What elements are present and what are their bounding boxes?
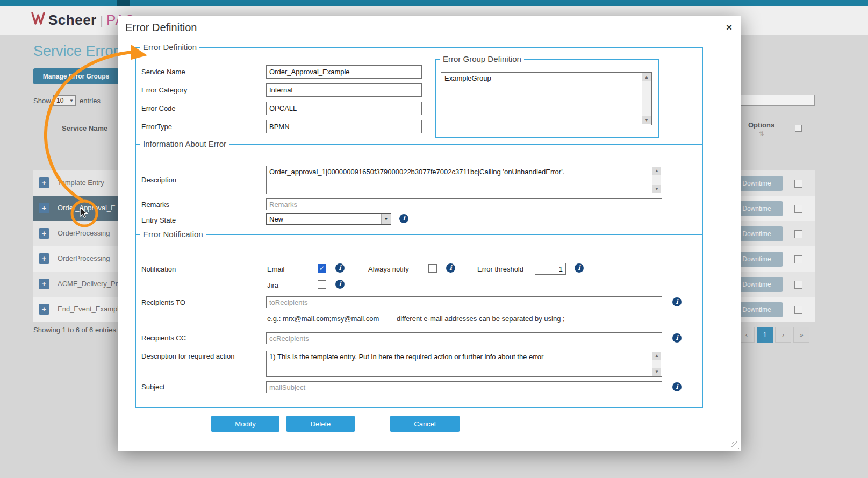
error-code-field[interactable] [266,102,422,115]
entry-state-label: Entry State [141,216,176,224]
screen: Scheer | PAS Service Error List Manage E… [0,0,868,478]
close-icon[interactable]: × [726,23,732,32]
error-category-label: Error Category [141,86,187,94]
error-code-label: Error Code [141,104,176,112]
row-checkbox[interactable] [794,205,802,213]
jira-info-icon[interactable]: i [335,280,345,289]
notification-label: Notification [141,265,176,273]
required-action-field[interactable]: 1) This is the template entry. Put in he… [266,351,662,377]
subject-field[interactable] [266,381,662,393]
service-name-field[interactable] [266,65,422,79]
expand-row-icon[interactable]: + [39,177,49,188]
information-legend: Information About Error [140,139,229,148]
expand-row-icon[interactable]: + [39,203,49,213]
table-summary: Showing 1 to 6 of 6 entries [33,326,116,334]
service-name-cell: OrderProcessing [58,229,110,237]
description-value: Order_approval_1|000000091650f379000022b… [269,168,564,176]
always-notify-checkbox[interactable] [428,264,437,273]
recipients-to-field[interactable] [266,296,662,308]
service-name-label: Service Name [141,68,185,76]
top-bar-accent [117,0,130,6]
chevron-down-icon: ▼ [381,214,391,224]
notification-legend: Error Notification [140,230,206,239]
pagination-prev[interactable]: ‹ [738,327,755,343]
column-header-service-name[interactable]: Service Name [62,124,107,132]
service-name-cell: Order_Approval_E [58,204,116,212]
service-name-cell: ACME_Delivery_Pr [58,280,118,288]
listbox-scrollbar[interactable]: ▲ ▼ [642,73,651,124]
expand-row-icon[interactable]: + [39,253,49,264]
pagination-last[interactable]: » [793,327,809,343]
subject-info-icon[interactable]: i [672,382,682,391]
error-threshold-field[interactable] [535,263,566,275]
scroll-up-icon[interactable]: ▲ [642,73,651,81]
entry-state-info-icon[interactable]: i [399,214,408,223]
remarks-field[interactable] [266,198,662,210]
page-size-value: 10 [56,97,63,104]
brand-separator: | [100,13,103,28]
column-header-options[interactable]: Options [748,121,774,129]
scroll-up-icon[interactable]: ▲ [652,167,661,175]
recipients-to-info-icon[interactable]: i [672,297,682,306]
email-checkbox[interactable]: ✓ [318,264,326,273]
row-checkbox[interactable] [794,281,802,289]
recipients-hint-text: different e-mail addresses can be separa… [397,315,565,323]
jira-label: Jira [267,281,278,289]
scroll-down-icon[interactable]: ▼ [652,185,661,193]
recipients-cc-info-icon[interactable]: i [672,333,682,343]
row-checkbox[interactable] [794,255,802,263]
brand-name: Scheer [48,12,97,28]
expand-row-icon[interactable]: + [39,228,49,239]
pagination-next[interactable]: › [775,327,791,343]
sort-icon[interactable]: ⇅ [759,130,764,138]
scroll-down-icon[interactable]: ▼ [652,368,661,376]
scroll-up-icon[interactable]: ▲ [652,352,661,360]
error-threshold-label: Error threshold [477,265,523,273]
error-group-legend: Error Group Definition [440,54,524,63]
row-checkbox[interactable] [794,230,802,238]
entries-label: entries [80,97,101,105]
required-action-label: Description for required action [141,352,234,360]
description-field[interactable]: Order_approval_1|000000091650f379000022b… [266,166,662,194]
required-action-value: 1) This is the template entry. Put in he… [269,353,543,361]
entry-state-select[interactable]: New ▼ [266,213,391,225]
expand-row-icon[interactable]: + [39,279,49,289]
error-definition-legend: Error Definition [140,42,199,52]
required-action-scrollbar[interactable]: ▲ ▼ [652,352,661,376]
delete-button[interactable]: Delete [286,416,355,432]
resize-grip[interactable] [731,441,739,449]
row-checkbox[interactable] [794,306,802,314]
show-label: Show [33,97,51,105]
jira-checkbox[interactable] [318,280,326,289]
select-all-checkbox[interactable] [795,125,802,132]
email-label: Email [267,265,285,273]
error-definition-modal: Error Definition × Error Definition Serv… [118,16,741,451]
error-threshold-info-icon[interactable]: i [575,263,584,273]
recipients-hint-example: e.g.: mrx@mail.com;msy@mail.com [267,315,379,323]
service-name-cell: Template Entry [58,179,104,187]
recipients-cc-label: Recipients CC [141,334,186,342]
error-type-field[interactable] [266,120,422,133]
entry-state-value: New [267,215,283,223]
modify-button[interactable]: Modify [211,416,279,432]
description-label: Description [141,176,176,184]
pagination-page-1[interactable]: 1 [757,327,773,343]
scroll-down-icon[interactable]: ▼ [642,116,651,124]
description-scrollbar[interactable]: ▲ ▼ [652,167,661,193]
error-group-item[interactable]: ExampleGroup [441,73,651,84]
error-type-label: ErrorType [141,123,172,131]
email-info-icon[interactable]: i [335,263,345,273]
service-name-cell: OrderProcessing [58,254,110,262]
row-checkbox[interactable] [794,180,802,188]
manage-error-groups-button[interactable]: Manage Error Groups [33,68,119,84]
expand-row-icon[interactable]: + [39,304,49,315]
always-notify-label: Always notify [368,265,409,273]
recipients-cc-field[interactable] [266,332,662,344]
cancel-button[interactable]: Cancel [390,416,460,432]
error-category-field[interactable] [266,83,422,97]
service-name-cell: End_Event_Exampl [58,305,119,313]
error-group-listbox[interactable]: ExampleGroup ▲ ▼ [441,72,652,125]
modal-title: Error Definition [125,22,197,34]
always-notify-info-icon[interactable]: i [446,263,455,273]
page-size-select[interactable]: 10 ▼ [53,95,76,106]
